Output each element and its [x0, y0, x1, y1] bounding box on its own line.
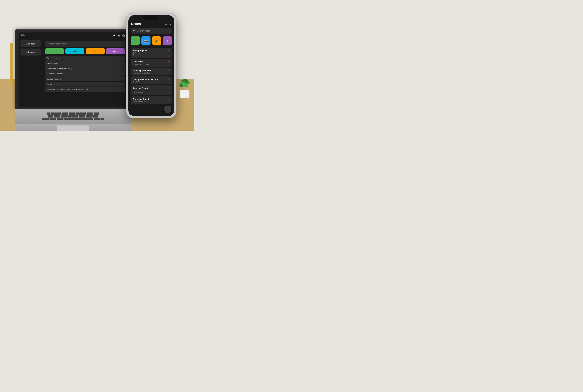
laptop-note-item[interactable]: Elephant toothpaste ✕	[45, 71, 125, 76]
mic-icon: 🎤	[155, 39, 159, 43]
plant-leaves-svg	[178, 76, 191, 90]
key	[90, 118, 93, 120]
laptop-titlebar: Mino 💬 🔔 ⚙️	[18, 32, 128, 38]
delete-note-button[interactable]: ✕	[168, 87, 170, 90]
phone-note-preview: ——Once upon a	[133, 90, 166, 94]
key	[80, 112, 83, 115]
keyboard-row-1	[47, 112, 99, 115]
delete-note-icon[interactable]: ✕	[122, 83, 123, 85]
phone-note-card[interactable]: Shopping List (Checked) 1. Check ✕	[131, 76, 172, 84]
laptop-note-item[interactable]: History Notes ✕	[45, 61, 125, 66]
mic-icon: 🎤	[94, 50, 96, 52]
key	[60, 118, 64, 120]
phone-note-info: Tom the Tomato ——Once upon a	[133, 87, 166, 94]
laptop-btn-attachment[interactable]: 📎	[45, 48, 64, 54]
laptop-main-area: Type something here... 📎 📷 🎤	[42, 38, 128, 107]
key	[78, 115, 82, 118]
phone-attachment-button[interactable]: 📎	[131, 36, 140, 46]
phone-note-card[interactable]: Laundry Reminder Reminder: Check the ✕	[131, 68, 172, 76]
phone-header: Notes ▭ ⚙	[131, 21, 172, 28]
phone-fab-button[interactable]: +	[164, 106, 171, 113]
laptop-app: Mino 💬 🔔 ⚙️ Add note All notes	[18, 32, 128, 107]
laptop-note-item[interactable]: I Built 100 Houses And Gave Them Away! -…	[45, 87, 125, 92]
settings-gear-icon[interactable]: ⚙	[169, 22, 172, 26]
phone-note-title: New Note	[133, 60, 166, 63]
key	[86, 115, 89, 118]
key	[72, 112, 76, 115]
laptop-keyboard	[14, 109, 132, 124]
key-tab	[48, 115, 53, 118]
phone-note-card[interactable]: Drew the Carrot Once upon a time, in ✕	[131, 96, 172, 104]
phone-note-title: Shopping List	[133, 49, 166, 52]
key	[58, 112, 61, 115]
delete-note-button[interactable]: ✕	[168, 78, 170, 81]
key	[62, 112, 65, 115]
delete-note-icon[interactable]: ✕	[122, 62, 123, 64]
plus-icon: +	[166, 39, 168, 43]
laptop-note-item[interactable]: Amazon whishlist ✕	[45, 76, 125, 81]
delete-note-button[interactable]: ✕	[168, 50, 170, 52]
key	[68, 115, 71, 118]
chat-bubble-icon[interactable]: ▭	[164, 22, 167, 26]
laptop-note-input[interactable]: Type something here...	[45, 41, 125, 47]
phone-mic-button[interactable]: 🎤	[152, 36, 161, 46]
phone-note-preview: https://www.youtube.	[133, 63, 166, 65]
phone-add-button[interactable]: +	[163, 36, 172, 46]
search-placeholder: Search notes	[137, 30, 150, 32]
keyboard-row-2	[48, 115, 98, 118]
key	[51, 112, 54, 115]
phone-notch	[143, 15, 160, 20]
delete-note-icon[interactable]: ✕	[122, 78, 123, 80]
key	[47, 112, 50, 115]
phone-note-info: Shopping List 1. Apples2.	[133, 49, 166, 56]
key-backspace	[94, 112, 99, 115]
key	[50, 118, 53, 120]
delete-note-icon[interactable]: ✕	[122, 73, 123, 75]
search-icon: 🔍	[133, 30, 136, 32]
phone-search-bar[interactable]: 🔍 Search notes	[131, 28, 172, 34]
key	[72, 115, 75, 118]
laptop-note-item[interactable]: Remember to hang the laundry! ✕	[45, 66, 125, 71]
phone-note-preview: 1. Apples2.	[133, 52, 166, 56]
laptop-note-item[interactable]: Biology Notes ✕	[45, 82, 125, 86]
key	[69, 112, 72, 115]
add-note-button[interactable]: Add note	[20, 40, 40, 47]
all-notes-button[interactable]: All notes	[20, 48, 40, 56]
key-space-bar	[42, 118, 49, 120]
laptop-btn-mic[interactable]: 🎤	[86, 48, 105, 54]
key	[83, 112, 86, 115]
key	[65, 112, 68, 115]
laptop-note-item[interactable]: Water the plants ✕	[45, 56, 125, 60]
attachment-icon: 📎	[133, 39, 137, 43]
delete-note-icon[interactable]: ✕	[122, 57, 123, 59]
phone-note-card[interactable]: New Note https://www.youtube. ✕	[131, 58, 172, 66]
phone-note-title: Drew the Carrot	[133, 98, 166, 100]
delete-note-button[interactable]: ✕	[168, 70, 170, 72]
laptop-titlebar-icons: 💬 🔔 ⚙️	[113, 34, 125, 37]
delete-note-icon[interactable]: ✕	[122, 68, 123, 70]
phone-camera-button[interactable]: 📷	[142, 36, 150, 46]
chat-icon[interactable]: 💬	[113, 34, 116, 37]
bell-icon[interactable]: 🔔	[118, 34, 120, 37]
laptop-btn-camera[interactable]: 📷	[66, 48, 84, 54]
keyboard-row-3	[42, 118, 104, 120]
plus-fab-icon: +	[167, 108, 169, 111]
key	[76, 112, 79, 115]
delete-note-button[interactable]: ✕	[168, 60, 170, 63]
laptop-submit-button[interactable]: Submit	[106, 48, 125, 54]
key	[97, 118, 100, 120]
key	[64, 115, 68, 118]
phone-device: Notes ▭ ⚙ 🔍 Search notes 📎	[126, 13, 176, 118]
settings-icon[interactable]: ⚙️	[122, 34, 125, 37]
key	[82, 115, 86, 118]
phone-note-card[interactable]: Tom the Tomato ——Once upon a ✕	[131, 86, 172, 95]
laptop-touchpad[interactable]	[57, 125, 89, 131]
delete-note-button[interactable]: ✕	[168, 98, 170, 101]
plant-decoration	[178, 76, 191, 98]
phone-note-info: Laundry Reminder Reminder: Check the	[133, 69, 166, 74]
laptop-screen: Mino 💬 🔔 ⚙️ Add note All notes	[18, 32, 128, 107]
delete-note-icon[interactable]: ✕	[122, 88, 123, 90]
book-decoration	[10, 43, 13, 85]
phone-note-card[interactable]: Shopping List 1. Apples2. ✕	[131, 48, 172, 58]
phone-app-title: Notes	[131, 22, 141, 26]
